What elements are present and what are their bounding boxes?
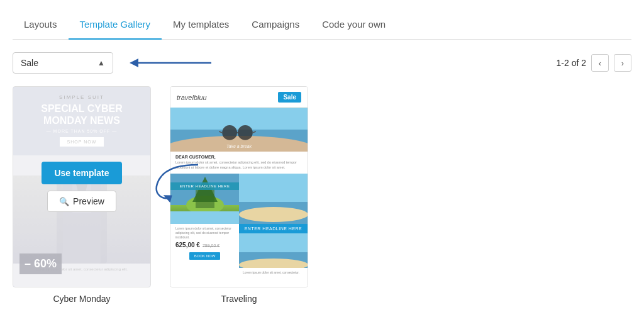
toolbar-left: Sale ▲ xyxy=(13,52,218,74)
card-image-cyber-monday: SIMPLE SUIT SPECIAL CYBER MONDAY NEWS — … xyxy=(13,86,151,287)
tv-island-image xyxy=(170,174,239,224)
tv-logo: travelbluu xyxy=(177,94,207,101)
tab-bar: Layouts Template Gallery My templates Ca… xyxy=(13,10,631,40)
templates-grid: SIMPLE SUIT SPECIAL CYBER MONDAY NEWS — … xyxy=(13,86,631,304)
tv-header: travelbluu Sale xyxy=(170,87,308,108)
template-label-traveling: Traveling xyxy=(170,294,308,304)
tv-bottom-banner: ENTER HEADLINE HERE xyxy=(239,224,308,233)
tv-intro-lorem: Lorem ipsum dolor sit amet, consectetur … xyxy=(170,160,308,174)
template-card-traveling[interactable]: travelbluu Sale xyxy=(170,86,308,304)
template-card-cyber-monday[interactable]: SIMPLE SUIT SPECIAL CYBER MONDAY NEWS — … xyxy=(13,86,151,304)
card-overlay-cyber-monday: Use template 🔍 Preview xyxy=(13,87,150,287)
svg-point-11 xyxy=(238,125,253,140)
prev-page-button[interactable]: ‹ xyxy=(591,54,609,72)
tv-book-btn: BOOK NOW xyxy=(189,252,221,260)
use-template-button[interactable]: Use template xyxy=(42,162,121,184)
traveling-preview: travelbluu Sale xyxy=(170,87,308,287)
pagination-label: 1-2 of 2 xyxy=(557,58,586,68)
tv-old-price: 799,00 € xyxy=(203,243,219,248)
tv-price-section: Lorem ipsum dolor sit amet, consectetur … xyxy=(170,224,239,264)
tv-price: 625,00 € xyxy=(175,242,200,248)
tab-code-your-own[interactable]: Code your own xyxy=(311,10,397,40)
tv-beach-image: Take a break xyxy=(170,108,308,152)
tv-beach2-image xyxy=(239,233,308,268)
svg-rect-23 xyxy=(239,233,308,255)
tv-ocean-cell: ENTER HEADLINE HERE Lorem ipsum dolor si… xyxy=(239,174,308,287)
tab-layouts[interactable]: Layouts xyxy=(13,10,69,40)
tv-sale-badge: Sale xyxy=(278,92,301,103)
chevron-down-icon: ▲ xyxy=(97,58,105,67)
preview-button[interactable]: 🔍 Preview xyxy=(47,191,116,212)
dropdown-value: Sale xyxy=(21,58,38,68)
svg-point-22 xyxy=(239,207,308,222)
tv-take-break: Take a break xyxy=(226,144,252,148)
svg-point-10 xyxy=(222,125,237,140)
pagination: 1-2 of 2 ‹ › xyxy=(557,54,631,72)
tv-ocean-image xyxy=(239,174,308,224)
card-image-traveling: travelbluu Sale xyxy=(170,86,308,287)
tv-island-cell: ENTER HEADLINE HERE Lorem ipsum dolor si… xyxy=(170,174,239,287)
arrow-indicator xyxy=(130,55,218,70)
toolbar: Sale ▲ 1-2 of 2 ‹ › xyxy=(13,52,631,74)
svg-marker-1 xyxy=(130,58,138,67)
next-page-button[interactable]: › xyxy=(614,54,631,72)
template-label-cyber-monday: Cyber Monday xyxy=(13,294,151,304)
tv-headline1: ENTER HEADLINE HERE xyxy=(170,182,239,190)
tv-dear: DEAR CUSTOMER, xyxy=(170,152,308,160)
svg-rect-19 xyxy=(170,211,239,224)
tv-bottom-grid: ENTER HEADLINE HERE Lorem ipsum dolor si… xyxy=(170,174,308,287)
tv-lorem3: Lorem ipsum dolor sit amet, consectetur. xyxy=(239,268,308,277)
search-icon: 🔍 xyxy=(59,197,69,206)
tab-my-templates[interactable]: My templates xyxy=(162,10,240,40)
tab-template-gallery[interactable]: Template Gallery xyxy=(69,10,162,40)
tab-campaigns[interactable]: Campaigns xyxy=(240,10,311,40)
preview-label: Preview xyxy=(73,196,104,206)
category-dropdown[interactable]: Sale ▲ xyxy=(13,52,113,74)
tv-lorem2: Lorem ipsum dolor sit amet, consectetur … xyxy=(175,226,234,240)
